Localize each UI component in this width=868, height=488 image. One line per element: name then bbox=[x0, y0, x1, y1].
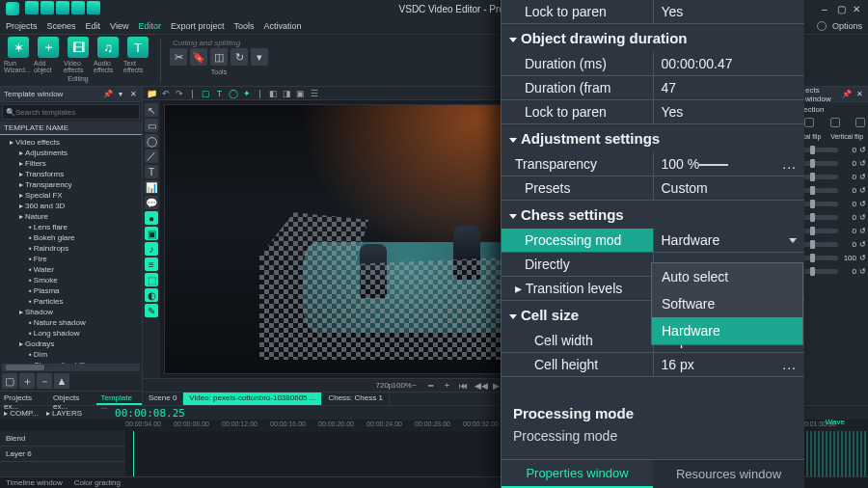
pin2-icon[interactable]: 📌 bbox=[842, 90, 852, 99]
run-wizard-button[interactable]: ✶Run Wizard... bbox=[4, 37, 33, 73]
tree-item[interactable]: ▸Nature bbox=[2, 211, 140, 222]
chart-icon[interactable]: 📊 bbox=[145, 180, 158, 194]
marker-icon[interactable]: 🔖 bbox=[190, 48, 207, 66]
more-icon[interactable]: ▾ bbox=[251, 48, 268, 66]
slider-row[interactable]: 0↺ bbox=[801, 210, 868, 224]
dur-ms-value[interactable]: 00:00:00.47 bbox=[653, 52, 804, 76]
tree-item[interactable]: ▸Transparency bbox=[2, 179, 140, 190]
txt-icon[interactable]: T bbox=[214, 88, 225, 98]
timecode[interactable]: 00:00:08.25 bbox=[115, 407, 185, 420]
template-col-head[interactable]: TEMPLATE NAME bbox=[0, 122, 142, 135]
tree-item[interactable]: ▸360 and 3D bbox=[2, 201, 140, 211]
folder-icon[interactable]: 📁 bbox=[147, 88, 157, 98]
procmode-value[interactable]: Hardware bbox=[653, 229, 804, 253]
dd-software[interactable]: Software bbox=[652, 290, 802, 317]
menu-view[interactable]: View bbox=[110, 21, 128, 31]
align-r-icon[interactable]: ▣ bbox=[295, 88, 306, 98]
dist-icon[interactable]: ☰ bbox=[309, 88, 319, 98]
tree-item[interactable]: ▸Godrays bbox=[2, 339, 140, 349]
slider-row[interactable]: 0↺ bbox=[801, 197, 868, 210]
slider-row[interactable]: 100↺ bbox=[801, 251, 868, 264]
tree-action-buttons[interactable]: ▢ ＋ － ▲ bbox=[0, 371, 142, 391]
quick-access[interactable] bbox=[25, 1, 102, 16]
rec6-icon[interactable]: ◐ bbox=[145, 288, 158, 302]
line-icon[interactable]: ／ bbox=[145, 149, 158, 163]
rec3-icon[interactable]: ♪ bbox=[145, 242, 158, 256]
comp-tab[interactable]: ▸ COMP... bbox=[4, 409, 39, 418]
dur-frames-value[interactable]: 47 bbox=[653, 76, 804, 100]
gear-icon[interactable] bbox=[817, 21, 827, 31]
tree-item[interactable]: ▪Long shadow bbox=[2, 328, 140, 339]
open-icon[interactable]: ▢ bbox=[2, 373, 17, 389]
options-link[interactable]: Options bbox=[832, 21, 862, 31]
dur-lock-value[interactable]: Yes bbox=[653, 100, 804, 124]
crop-icon[interactable]: ◫ bbox=[210, 48, 228, 66]
tab-projects[interactable]: Projects ex... bbox=[0, 392, 49, 405]
tree-item[interactable]: ▪Nature shadow bbox=[2, 317, 140, 328]
rotate-icon[interactable]: ↻ bbox=[231, 48, 248, 66]
slider-row[interactable]: 0↺ bbox=[801, 156, 868, 170]
left-tool-strip[interactable]: ↖ ▭ ◯ ／ T 📊 💬 ● ▣ ♪ ≡ ⬚ ◐ ✎ bbox=[143, 100, 160, 378]
overlay-tabs[interactable]: Properties window Resources window bbox=[502, 459, 804, 488]
left-tabs[interactable]: Projects ex... Objects ex... Template ..… bbox=[0, 391, 142, 405]
ellipse-icon[interactable]: ◯ bbox=[145, 134, 158, 148]
search-input[interactable]: 🔍 Search templates bbox=[2, 104, 140, 120]
menu-edit[interactable]: Edit bbox=[86, 21, 101, 31]
audio-effects-button[interactable]: ♫Audio effects bbox=[94, 37, 122, 73]
video-effects-button[interactable]: 🎞Video effects bbox=[64, 37, 93, 73]
rec7-icon[interactable]: ✎ bbox=[145, 304, 158, 317]
wave-label[interactable]: Wave bbox=[826, 418, 845, 426]
tree-item[interactable]: ▸Shadow bbox=[2, 307, 140, 317]
window-controls[interactable]: –▢✕ bbox=[816, 4, 862, 14]
tab-template[interactable]: Template ... bbox=[96, 392, 142, 405]
undo-icon[interactable]: ↶ bbox=[160, 88, 171, 98]
menu-editor[interactable]: Editor bbox=[138, 21, 161, 31]
rec1-icon[interactable]: ● bbox=[145, 211, 158, 225]
tree-item[interactable]: ▪Water bbox=[2, 264, 140, 275]
tree-item[interactable]: ▸Filters bbox=[2, 158, 140, 169]
tree-item[interactable]: ▪Dim bbox=[2, 349, 140, 360]
slider-row[interactable]: 0↺ bbox=[801, 237, 868, 251]
tree-item[interactable]: ▪Plasma bbox=[2, 285, 140, 296]
add-object-button[interactable]: ＋Add object bbox=[34, 37, 63, 73]
up-icon[interactable]: ▲ bbox=[54, 373, 69, 389]
align-c-icon[interactable]: ◨ bbox=[282, 88, 292, 98]
tree-item[interactable]: ▪Bokeh glare bbox=[2, 232, 140, 243]
tree-item[interactable]: ▸Adjustments bbox=[2, 148, 140, 158]
tab-resources[interactable]: Resources window bbox=[653, 460, 804, 488]
hflip-icon[interactable] bbox=[830, 118, 840, 127]
tree-item[interactable]: ▸Transforms bbox=[2, 169, 140, 179]
redo-icon[interactable]: ↷ bbox=[174, 88, 184, 98]
resolution-label[interactable]: 720p bbox=[376, 381, 388, 390]
tab-objects[interactable]: Objects ex... bbox=[49, 392, 96, 405]
tree-item[interactable]: ▪Raindrops bbox=[2, 243, 140, 254]
template-tree[interactable]: ▸Video effects▸Adjustments▸Filters▸Trans… bbox=[0, 135, 142, 364]
close-panel-icon[interactable]: ✕ bbox=[128, 90, 138, 99]
tab-video[interactable]: Video: pexels-cottonbro-10380605 ... bbox=[183, 393, 322, 405]
head-duration[interactable]: Object drawing duration bbox=[502, 24, 804, 53]
tab-timeline[interactable]: Timeline window bbox=[0, 477, 68, 488]
menu-projects[interactable]: Projects bbox=[6, 21, 38, 31]
first-icon[interactable]: ⏮ bbox=[458, 381, 470, 391]
objects-panel[interactable]: ects window📌✕ ection tal flip Vertical f… bbox=[800, 87, 868, 405]
presets-value[interactable]: Custom bbox=[653, 176, 804, 201]
prop-lock-value[interactable]: Yes bbox=[653, 0, 804, 24]
tree-item[interactable]: ▪Lens flare bbox=[2, 222, 140, 232]
tree-item[interactable]: ▪Fire bbox=[2, 254, 140, 264]
track-layer6[interactable]: Layer 6 bbox=[0, 447, 125, 462]
transparency-value[interactable]: 100 %... bbox=[653, 152, 804, 176]
track-blend[interactable]: Blend bbox=[0, 431, 125, 447]
tree-item[interactable]: ▸Video effects bbox=[2, 137, 140, 148]
chat-icon[interactable]: 💬 bbox=[145, 196, 158, 209]
cell-h-value[interactable]: 16 px... bbox=[653, 353, 804, 377]
dd-auto[interactable]: Auto select bbox=[652, 263, 802, 290]
tab-scene[interactable]: Scene 0 bbox=[143, 393, 183, 405]
rect-icon[interactable]: ▭ bbox=[145, 119, 158, 132]
menu-tools[interactable]: Tools bbox=[233, 21, 254, 31]
slider-row[interactable]: 0↺ bbox=[801, 264, 868, 278]
rec4-icon[interactable]: ≡ bbox=[145, 258, 158, 271]
zoom-slider-icon[interactable]: ━ bbox=[425, 381, 437, 391]
tab-chess[interactable]: Chess: Chess 1 bbox=[322, 393, 389, 405]
dropdown-icon[interactable]: ▾ bbox=[116, 90, 125, 99]
procmode-dropdown[interactable]: Auto select Software Hardware bbox=[651, 262, 803, 345]
